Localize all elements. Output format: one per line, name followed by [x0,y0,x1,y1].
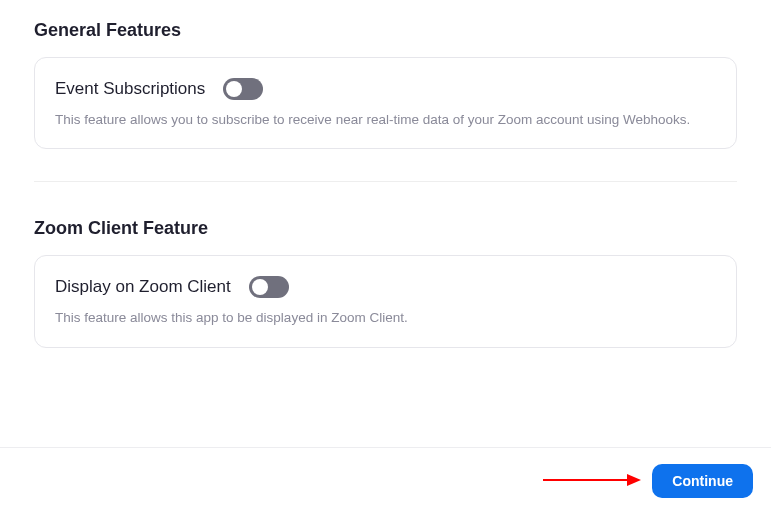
feature-name-display-zoom-client: Display on Zoom Client [55,277,231,297]
feature-name-event-subscriptions: Event Subscriptions [55,79,205,99]
toggle-event-subscriptions[interactable] [223,78,263,100]
toggle-knob [226,81,242,97]
svg-marker-1 [627,474,641,486]
feature-card-display-zoom-client: Display on Zoom Client This feature allo… [34,255,737,347]
continue-button[interactable]: Continue [652,464,753,498]
section-title-zoom-client: Zoom Client Feature [34,218,737,239]
toggle-knob [252,279,268,295]
section-divider [34,181,737,182]
footer-divider [0,447,771,448]
feature-description-event-subscriptions: This feature allows you to subscribe to … [55,110,716,130]
arrow-annotation-icon [541,470,641,490]
toggle-display-zoom-client[interactable] [249,276,289,298]
feature-card-event-subscriptions: Event Subscriptions This feature allows … [34,57,737,149]
section-title-general: General Features [34,20,737,41]
feature-description-display-zoom-client: This feature allows this app to be displ… [55,308,716,328]
